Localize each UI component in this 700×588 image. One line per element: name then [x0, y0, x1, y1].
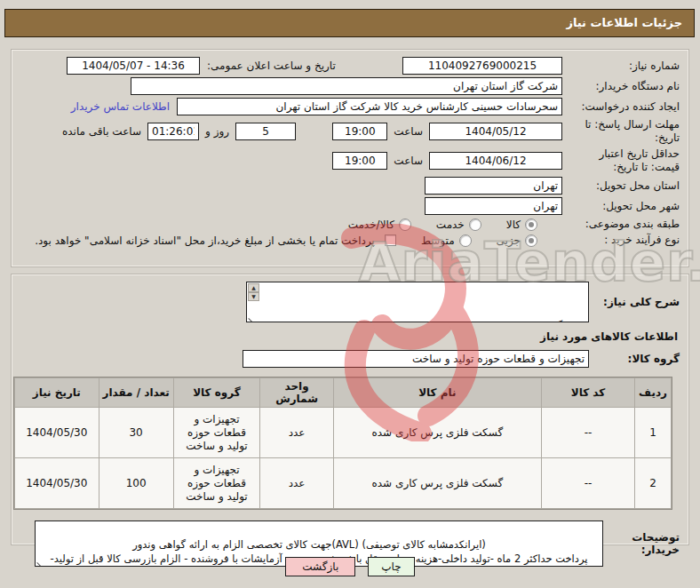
announce-group: تاریخ و ساعت اعلان عمومی:	[67, 57, 336, 75]
back-button[interactable]: بازگشت	[285, 557, 355, 576]
need-number-row: شماره نیاز: تاریخ و ساعت اعلان عمومی:	[20, 57, 680, 75]
cell-quantity: 30	[99, 408, 173, 457]
page-title: جزئیات اطلاعات نیاز	[4, 9, 695, 37]
reply-deadline-label: مهلت ارسال پاسخ: تا تاریخ:	[562, 118, 680, 145]
goods-info-panel: شرح کلی نیاز: ▲ ▼ گسکت اسپیرال2اینچ کلاس…	[11, 274, 689, 545]
price-validity-row: حداقل تاریخ اعتبار قیمت: تا تاریخ: ساعت	[20, 147, 680, 174]
goods-table: ردیف کد کالا نام کالا واحد شمارش گروه کا…	[13, 377, 672, 510]
city-label: شهر محل تحویل:	[562, 200, 680, 213]
col-header-goods-group: گروه کالا	[174, 378, 260, 407]
scroll-down-icon[interactable]: ▼	[248, 292, 259, 301]
reply-deadline-date-input[interactable]	[429, 123, 562, 140]
subject-class-row: طبقه بندی موضوعی: کالا خدمت کالا/خدمت	[20, 218, 680, 231]
buyer-org-row: نام دستگاه خریدار:	[20, 77, 680, 95]
creator-label: ایجاد کننده درخواست:	[562, 100, 680, 114]
cell-unit: عدد	[260, 408, 332, 457]
subject-class-option-goods-service[interactable]: کالا/خدمت	[348, 219, 411, 231]
cell-goods-group: تجهیزات و قطعات حوزه تولید و ساخت	[174, 458, 260, 508]
cell-goods-group: تجهیزات و قطعات حوزه تولید و ساخت	[174, 408, 260, 457]
radio-icon[interactable]	[399, 219, 411, 231]
treasury-payment-note: پرداخت تمام یا بخشی از مبلغ خرید،از محل …	[35, 234, 375, 247]
col-header-goods-name: نام کالا	[334, 378, 541, 407]
price-validity-label: حداقل تاریخ اعتبار قیمت: تا تاریخ:	[562, 147, 680, 174]
cell-goods-code: --	[542, 408, 634, 457]
col-header-quantity: تعداد / مقدار	[99, 378, 173, 407]
announce-label: تاریخ و ساعت اعلان عمومی:	[200, 60, 336, 73]
subject-class-option-service-label: خدمت	[436, 219, 465, 231]
cell-goods-name: گسکت فلزی پرس کاری شده	[334, 458, 541, 508]
cell-row-number: 1	[635, 408, 671, 457]
action-buttons: چاپ بازگشت	[0, 557, 700, 576]
buyer-notes-label: توضیحات خریدار:	[603, 531, 680, 556]
province-row: استان محل تحویل:	[20, 177, 680, 195]
buyer-org-input[interactable]	[131, 77, 562, 95]
price-validity-hour-label: ساعت	[394, 155, 423, 167]
process-type-option-medium[interactable]: متوسط	[421, 234, 472, 247]
need-description-textarea[interactable]: ▲ ▼ گسکت اسپیرال2اینچ کلاس150وکلاس600به …	[246, 282, 589, 322]
cell-goods-name: گسکت فلزی پرس کاری شده	[334, 408, 541, 457]
cell-need-date: 1404/05/30	[15, 408, 99, 457]
cell-need-date: 1404/05/30	[15, 458, 99, 508]
countdown-time-input[interactable]	[147, 123, 199, 140]
reply-deadline-row: مهلت ارسال پاسخ: تا تاریخ: ساعت روز و سا…	[20, 118, 680, 145]
goods-section-header: اطلاعات کالاهای مورد نیاز	[22, 330, 678, 343]
scroll-up-icon[interactable]: ▲	[248, 283, 259, 292]
col-header-need-date: تاریخ نیاز	[15, 378, 99, 407]
creator-input[interactable]	[177, 98, 562, 115]
resize-handle-icon	[248, 318, 253, 322]
goods-table-header-row: ردیف کد کالا نام کالا واحد شمارش گروه کا…	[15, 378, 671, 407]
goods-group-row: گروه کالا:	[20, 350, 680, 368]
need-description-row: شرح کلی نیاز: ▲ ▼ گسکت اسپیرال2اینچ کلاس…	[20, 282, 680, 322]
process-type-option-minor-label: جزیی	[497, 234, 521, 247]
buyer-contact-link[interactable]: اطلاعات تماس خریدار	[71, 100, 170, 113]
process-type-label: نوع فرآیند خرید :	[562, 234, 680, 247]
subject-class-option-service[interactable]: خدمت	[436, 219, 481, 231]
process-type-option-medium-label: متوسط	[421, 234, 455, 247]
textarea-scrollbar[interactable]: ▲ ▼	[248, 283, 259, 301]
col-header-unit: واحد شمارش	[260, 378, 332, 407]
province-input[interactable]	[425, 177, 562, 195]
request-info-panel: شماره نیاز: تاریخ و ساعت اعلان عمومی: نا…	[11, 49, 689, 267]
city-input[interactable]	[425, 197, 562, 215]
subject-class-option-goods-label: کالا	[506, 219, 521, 231]
buyer-org-label: نام دستگاه خریدار:	[562, 80, 680, 93]
subject-class-option-goods-service-label: کالا/خدمت	[348, 219, 394, 231]
radio-selected-icon[interactable]	[525, 234, 537, 247]
price-validity-hour-input[interactable]	[332, 152, 387, 170]
checkbox-icon[interactable]	[385, 234, 396, 246]
province-label: استان محل تحویل:	[562, 179, 680, 193]
need-description-text: گسکت اسپیرال2اینچ کلاس150وکلاس600به شرح …	[266, 320, 583, 322]
city-row: شهر محل تحویل:	[20, 197, 680, 215]
need-description-label: شرح کلی نیاز:	[589, 296, 680, 308]
goods-group-label: گروه کالا:	[589, 353, 680, 365]
cell-unit: عدد	[260, 458, 332, 508]
announce-datetime-input[interactable]	[67, 57, 200, 75]
price-validity-date-input[interactable]	[429, 152, 562, 170]
need-number-label: شماره نیاز:	[562, 60, 680, 73]
table-row: 2 -- گسکت فلزی پرس کاری شده عدد تجهیزات …	[15, 458, 671, 508]
countdown-group: روز و ساعت باقی مانده	[56, 123, 296, 140]
radio-icon[interactable]	[459, 234, 472, 247]
countdown-days-label: روز و	[205, 125, 229, 138]
radio-selected-icon[interactable]	[525, 219, 537, 231]
table-row: 1 -- گسکت فلزی پرس کاری شده عدد تجهیزات …	[15, 408, 671, 457]
countdown-days-input[interactable]	[235, 123, 296, 140]
creator-row: ایجاد کننده درخواست: اطلاعات تماس خریدار	[20, 98, 680, 115]
treasury-payment-option[interactable]: پرداخت تمام یا بخشی از مبلغ خرید،از محل …	[35, 234, 396, 247]
goods-group-input[interactable]	[243, 350, 589, 368]
cell-row-number: 2	[635, 458, 671, 508]
reply-deadline-hour-label: ساعت	[394, 125, 423, 138]
countdown-time-label: ساعت باقی مانده	[62, 125, 141, 138]
cell-quantity: 100	[99, 458, 173, 508]
cell-goods-code: --	[542, 458, 634, 508]
col-header-goods-code: کد کالا	[542, 378, 634, 407]
radio-icon[interactable]	[469, 219, 481, 231]
need-details-page: { "title": "جزئیات اطلاعات نیاز", "form"…	[0, 0, 700, 588]
need-number-input[interactable]	[402, 57, 562, 75]
process-type-option-minor[interactable]: جزیی	[497, 234, 537, 247]
print-button[interactable]: چاپ	[368, 557, 414, 576]
subject-class-label: طبقه بندی موضوعی:	[562, 218, 680, 231]
subject-class-option-goods[interactable]: کالا	[506, 219, 537, 231]
reply-deadline-hour-input[interactable]	[332, 123, 387, 140]
process-type-row: نوع فرآیند خرید : جزیی متوسط پرداخت تمام…	[20, 234, 680, 247]
